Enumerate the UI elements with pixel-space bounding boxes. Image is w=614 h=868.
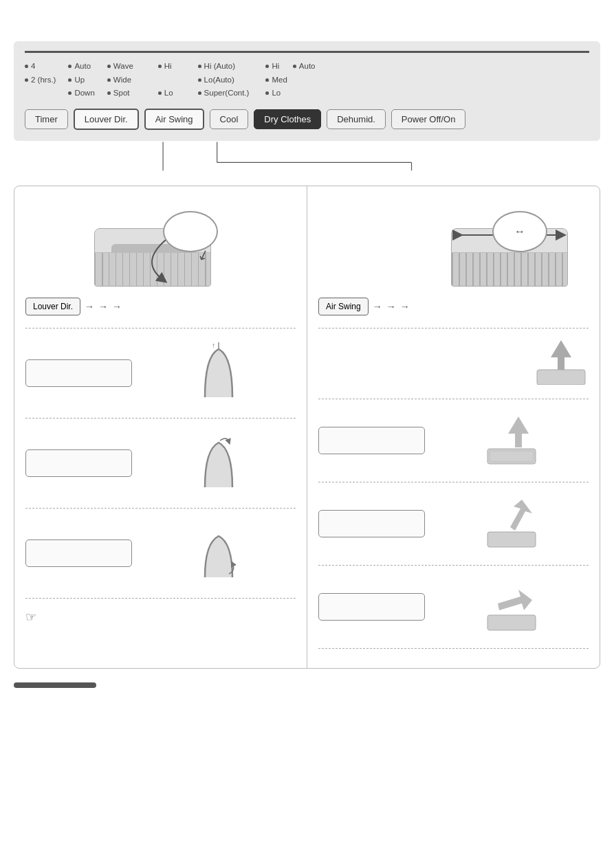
air-swing-button[interactable]: Air Swing [144, 109, 204, 130]
timer-button[interactable]: Timer [25, 109, 68, 129]
sep-2 [25, 418, 296, 419]
speech-bubble-left [163, 211, 218, 252]
left-diagram: ↙ [25, 197, 296, 287]
info-label-up: Up [74, 74, 85, 87]
right-mode-label-3 [318, 593, 425, 621]
info-label-auto: Auto [74, 60, 91, 74]
right-sep-1 [318, 399, 589, 399]
info-item-lo: Lo [158, 87, 173, 100]
sep-4 [25, 598, 296, 599]
dot-icon [68, 65, 72, 68]
left-panel: ↙ [14, 186, 307, 668]
louver-svg-3 [191, 522, 246, 584]
info-label-wave: Wave [113, 60, 133, 74]
ac-grille-right [452, 253, 567, 287]
note-icon: ☞ [25, 607, 296, 627]
svg-marker-12 [510, 500, 532, 531]
page-wrapper: 4 2 (hrs.) Auto Up [0, 0, 614, 702]
info-item-super: Super(Cont.) [198, 87, 250, 100]
info-col-numbers: 4 2 (hrs.) [25, 60, 56, 87]
info-label-lo-auto: Lo(Auto) [204, 74, 234, 87]
right-diagram: ↔ [318, 197, 589, 287]
left-flow-row: Louver Dir. → → → [25, 298, 296, 315]
dot-icon [265, 65, 269, 68]
left-mode-3 [25, 517, 296, 590]
info-item-2hrs: 2 (hrs.) [25, 74, 56, 87]
right-mode-label-2 [318, 510, 425, 537]
svg-rect-8 [537, 370, 585, 385]
dot-icon [107, 91, 111, 95]
dot-icon [198, 65, 201, 68]
info-label-hi2: Hi [272, 60, 279, 74]
info-item-lo2: Lo [265, 87, 287, 100]
info-col-auto2: Auto [293, 60, 316, 74]
right-mode-illus-3 [435, 579, 589, 634]
right-mode-2 [318, 491, 589, 557]
right-diagram-inner: ↔ [318, 204, 589, 287]
right-mode-illus-1 [435, 413, 589, 468]
arrow-2: → [98, 301, 108, 312]
arrow-1: → [85, 301, 94, 312]
ac-arrow-up-svg-0 [534, 337, 589, 385]
right-mode-1 [318, 408, 589, 474]
right-mode-label-1 [318, 427, 425, 454]
dot-icon [158, 91, 162, 95]
info-item-wave: Wave [107, 60, 133, 74]
right-sep-3 [318, 565, 589, 566]
info-col-medlo: Hi Med Lo [265, 60, 287, 100]
svg-marker-14 [498, 590, 532, 610]
button-row: Timer Louver Dir. Air Swing Cool Dry Clo… [25, 109, 589, 130]
ac-arrow-up-svg-1 [484, 413, 539, 468]
info-label-blank [158, 74, 160, 87]
louver-dir-flow-btn[interactable]: Louver Dir. [25, 298, 80, 315]
info-label-2hrs: 2 (hrs.) [31, 74, 56, 87]
dot-icon [265, 91, 269, 95]
right-mode-3 [318, 574, 589, 640]
info-item-med: Med [265, 74, 287, 87]
svg-rect-13 [487, 532, 536, 547]
left-mode-label-3 [25, 539, 132, 567]
dry-clothes-button[interactable]: Dry Clothes [254, 109, 321, 129]
info-label-4: 4 [31, 60, 35, 74]
left-mode-illus-3 [142, 522, 296, 584]
control-panel: 4 2 (hrs.) Auto Up [14, 41, 600, 141]
right-flow-row: Air Swing → → → [318, 298, 589, 315]
info-item-wide: Wide [107, 74, 133, 87]
info-label-hi: Hi [164, 60, 172, 74]
ac-arrow-diag-svg [484, 496, 539, 551]
louver-dir-button[interactable]: Louver Dir. [74, 109, 139, 130]
speech-bubble-right: ↔ [492, 211, 547, 252]
dot-icon [198, 91, 201, 95]
power-off-on-button[interactable]: Power Off/On [391, 109, 466, 129]
panel-info-row: 4 2 (hrs.) Auto Up [25, 60, 589, 100]
info-item-auto2: Auto [293, 60, 316, 74]
info-item-auto: Auto [68, 60, 94, 74]
panel-divider [25, 51, 589, 53]
top-section: 4 2 (hrs.) Auto Up [14, 41, 600, 179]
info-label-lo: Lo [164, 87, 173, 100]
footer-bar [14, 682, 96, 688]
info-item-hi-auto: Hi (Auto) [198, 60, 250, 74]
dot-icon [68, 91, 72, 95]
dot-icon [68, 78, 72, 82]
svg-rect-15 [487, 615, 536, 630]
info-item-hi: Hi [158, 60, 173, 74]
dehumid-button[interactable]: Dehumid. [327, 109, 386, 129]
info-item-4: 4 [25, 60, 56, 74]
air-swing-flow-btn[interactable]: Air Swing [318, 298, 369, 315]
svg-rect-10 [487, 449, 536, 464]
left-mode-label-2 [25, 449, 132, 477]
info-label-down: Down [74, 87, 94, 100]
info-col-auto-modes: Hi (Auto) Lo(Auto) Super(Cont.) [198, 60, 250, 100]
cool-button[interactable]: Cool [210, 109, 249, 129]
info-item-lo-auto: Lo(Auto) [198, 74, 250, 87]
dot-icon [198, 78, 201, 82]
ac-arrow-side-svg [484, 579, 539, 634]
dot-icon [107, 78, 111, 82]
info-label-wide: Wide [113, 74, 131, 87]
louver-svg-2 [191, 432, 246, 494]
svg-marker-9 [508, 416, 529, 447]
dot-icon [25, 78, 28, 82]
left-mode-illus-1: ↑ [142, 342, 296, 404]
right-arrow-1: → [373, 301, 382, 312]
